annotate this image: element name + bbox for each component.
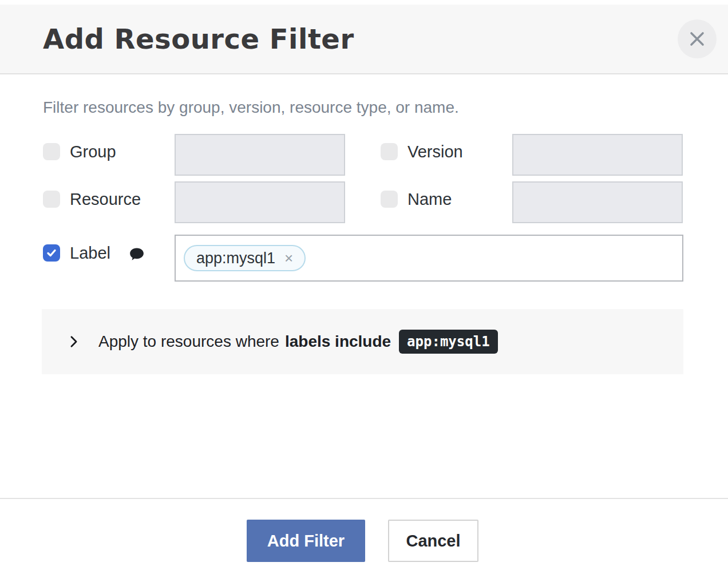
checkmark-icon [46, 247, 57, 259]
footer-divider [0, 498, 728, 499]
label-tag-text: app:mysql1 [196, 250, 275, 267]
version-input[interactable] [512, 134, 683, 176]
apply-prefix: Apply to resources where [98, 332, 279, 351]
dialog-title: Add Resource Filter [43, 23, 354, 55]
add-resource-filter-dialog: Add Resource Filter Filter resources by … [0, 0, 728, 578]
group-checkbox[interactable] [43, 143, 60, 160]
label-tag-chip: app:mysql1 × [184, 245, 306, 271]
resource-input[interactable] [175, 181, 345, 223]
chevron-right-icon[interactable] [66, 334, 82, 350]
name-checkbox[interactable] [381, 191, 398, 208]
apply-condition: labels include [285, 332, 391, 351]
group-label: Group [70, 142, 116, 161]
remove-tag-icon[interactable]: × [284, 251, 293, 266]
name-input[interactable] [512, 181, 683, 223]
apply-code-badge: app:mysql1 [399, 330, 498, 354]
version-checkbox[interactable] [381, 143, 398, 160]
close-icon [687, 29, 707, 49]
group-input[interactable] [175, 134, 345, 176]
dialog-header: Add Resource Filter [0, 5, 728, 74]
apply-summary-section: Apply to resources where labels include … [42, 309, 683, 374]
close-button[interactable] [678, 19, 717, 58]
label-checkbox[interactable] [43, 244, 60, 262]
version-label: Version [407, 142, 463, 161]
label-tags-input[interactable]: app:mysql1 × [175, 235, 683, 282]
resource-checkbox[interactable] [43, 191, 60, 208]
apply-summary-text: Apply to resources where labels include … [98, 309, 498, 374]
add-filter-button[interactable]: Add Filter [247, 520, 365, 562]
resource-label: Resource [70, 190, 141, 208]
label-label: Label [70, 244, 110, 262]
dialog-description: Filter resources by group, version, reso… [43, 98, 459, 117]
name-label: Name [407, 190, 452, 208]
speech-bubble-icon[interactable] [128, 246, 145, 263]
cancel-button[interactable]: Cancel [388, 520, 478, 562]
